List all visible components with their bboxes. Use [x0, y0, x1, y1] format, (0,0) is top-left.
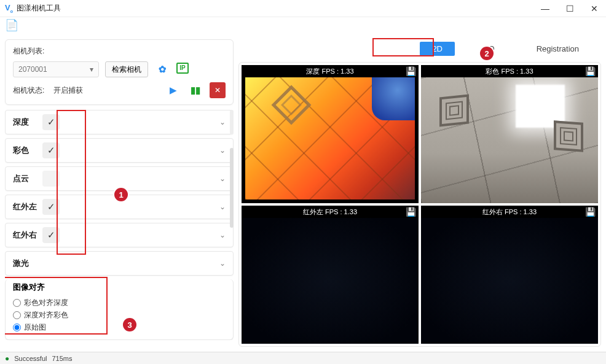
scrollbar[interactable]	[230, 148, 234, 228]
chevron-down-icon: ⌄	[219, 174, 226, 183]
minimize-button[interactable]: —	[538, 4, 552, 14]
view-tabs: 2D 3D Registration	[238, 39, 601, 62]
annotation-2: 2	[480, 47, 494, 60]
view-depth: 深度 FPS : 1.33 💾	[242, 65, 419, 203]
camera-status-value: 开启捕获	[53, 85, 90, 96]
annotation-box	[372, 38, 434, 56]
save-icon[interactable]: 💾	[585, 207, 596, 217]
menubar: 📄	[0, 17, 606, 34]
ip-icon[interactable]: IP	[176, 63, 189, 74]
stream-row-laser[interactable]: 激光 ⌄	[5, 251, 234, 276]
annotation-3: 3	[123, 318, 136, 331]
chevron-down-icon: ▾	[90, 65, 93, 74]
camera-select-value: 2070001	[18, 65, 47, 74]
success-icon: ●	[5, 354, 9, 363]
scrollbar[interactable]	[230, 110, 234, 134]
status-latency: 715ms	[52, 355, 72, 362]
close-button[interactable]: ✕	[588, 4, 601, 14]
annotation-box	[5, 277, 108, 335]
depth-fps-label: 深度 FPS : 1.33	[242, 65, 419, 77]
save-icon[interactable]: 💾	[406, 66, 416, 76]
stop-button[interactable]: ✕	[210, 82, 226, 98]
file-icon[interactable]: 📄	[5, 19, 18, 31]
view-ir-right: 红外右 FPS : 1.33 💾	[421, 206, 598, 344]
image-align-card: 图像对齐 彩色对齐深度 深度对齐彩色 原始图	[5, 279, 234, 340]
stream-list: 深度 ✓ ⌄ 彩色 ✓ ⌄ 点云 ⌄ 红外左 ✓ ⌄ 红外右 ✓	[5, 110, 234, 340]
irleft-fps-label: 红外左 FPS : 1.33	[242, 206, 419, 218]
pause-button[interactable]: ▮▮	[187, 82, 203, 98]
gear-icon[interactable]: ✿	[154, 61, 170, 77]
stream-row-ir-right[interactable]: 红外右 ✓ ⌄	[5, 223, 234, 247]
statusbar: ● Successful 715ms	[0, 352, 606, 364]
view-ir-left: 红外左 FPS : 1.33 💾	[242, 206, 419, 344]
annotation-box	[57, 110, 86, 255]
stream-row-pointcloud[interactable]: 点云 ⌄	[5, 166, 234, 191]
camera-select[interactable]: 2070001 ▾	[13, 61, 99, 77]
ir-right-image	[421, 218, 598, 344]
chevron-down-icon: ⌄	[219, 146, 226, 155]
save-icon[interactable]: 💾	[406, 207, 416, 217]
chevron-down-icon: ⌄	[219, 259, 226, 268]
annotation-1: 1	[114, 188, 128, 201]
depth-image	[245, 77, 415, 199]
maximize-button[interactable]: ☐	[563, 4, 576, 14]
chevron-down-icon: ⌄	[219, 203, 226, 211]
stream-row-depth[interactable]: 深度 ✓ ⌄	[5, 110, 234, 134]
camera-status-label: 相机状态:	[13, 85, 47, 96]
status-text: Successful	[14, 355, 47, 362]
save-icon[interactable]: 💾	[585, 66, 596, 76]
play-button[interactable]: ▶	[165, 82, 181, 98]
chevron-down-icon: ⌄	[219, 231, 226, 239]
preview-panel: 2D 3D Registration 深度 FPS : 1.33 💾 彩色 FP…	[238, 34, 606, 352]
tab-registration[interactable]: Registration	[524, 42, 591, 56]
color-fps-label: 彩色 FPS : 1.33	[421, 65, 598, 77]
camera-control-card: 相机列表: 2070001 ▾ 检索相机 ✿ IP 相机状态: 开启捕获 ▶ ▮…	[5, 39, 234, 105]
irright-fps-label: 红外右 FPS : 1.33	[421, 206, 598, 218]
ir-left-image	[242, 218, 419, 344]
view-grid: 深度 FPS : 1.33 💾 彩色 FPS : 1.33 💾	[238, 62, 601, 347]
chevron-down-icon: ⌄	[219, 118, 226, 126]
app-title: 图漾相机工具	[17, 3, 61, 14]
search-camera-button[interactable]: 检索相机	[105, 61, 148, 77]
view-color: 彩色 FPS : 1.33 💾	[421, 65, 598, 203]
camera-list-label: 相机列表:	[13, 46, 47, 56]
color-image	[421, 77, 598, 203]
titlebar: Vo 图漾相机工具 — ☐ ✕	[0, 0, 606, 17]
app-logo: Vo	[5, 3, 13, 14]
stream-row-color[interactable]: 彩色 ✓ ⌄	[5, 138, 234, 163]
